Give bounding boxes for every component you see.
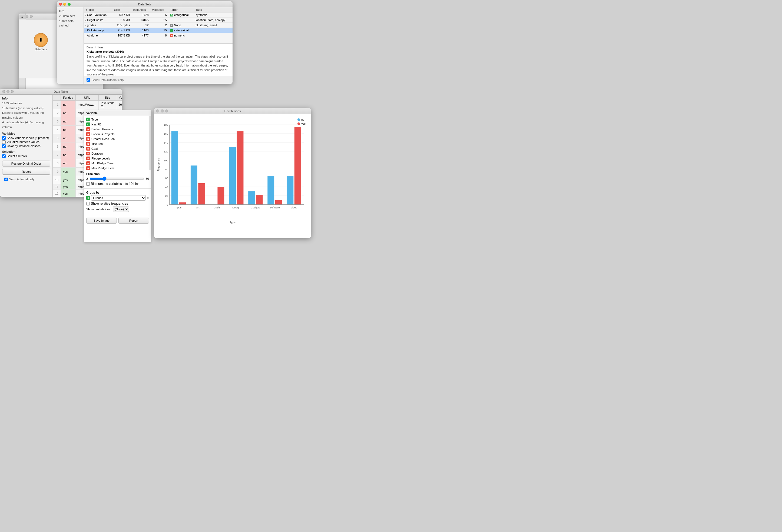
datatable-row[interactable]: 1 no https://www.... Pixelstart: C... 20… (53, 101, 122, 109)
datatable-close-btn[interactable] (2, 90, 5, 93)
datasets-minimize-btn[interactable] (63, 3, 66, 6)
dt-rownum: 1 (53, 101, 61, 109)
svg-rect-42 (294, 127, 301, 204)
datasets-close-btn[interactable] (59, 3, 62, 6)
variable-item[interactable]: NPledge Levels (85, 156, 150, 161)
ds-col-tags (194, 28, 233, 33)
variable-item[interactable]: CType (85, 117, 150, 122)
show-prob-row: Show probabilities: (None) (86, 207, 149, 212)
datasets-info-panel: Info 22 data sets 4 data sets cached (57, 7, 84, 84)
bin-checkbox[interactable] (86, 182, 90, 186)
datasets-row[interactable]: • Kickstarter p... 214.1 KB 1163 15 C ca… (84, 28, 233, 33)
datasets-traffic-lights[interactable] (59, 3, 71, 6)
ds-col-title: • Illegal waste ... (84, 17, 112, 23)
col-title-h: Title (99, 95, 116, 101)
node-data-sets[interactable]: ⬇ Data Sets (34, 33, 48, 51)
ds-col-variables: 6 (150, 12, 169, 17)
save-image-button[interactable]: Save Image (86, 218, 117, 223)
dt-discrete: Discrete class with 2 values (no missing… (2, 111, 50, 120)
precision-min: 2 (86, 177, 88, 180)
datasets-right-panel: ▼Title Size Instances Variables Target T… (84, 7, 233, 84)
datasets-window-title: Data Sets (138, 3, 151, 6)
ds-col-target (169, 17, 194, 23)
svg-text:Gadgets: Gadgets (251, 206, 260, 209)
dt-instances: 1163 instances (2, 101, 50, 106)
var-tag: N (86, 132, 90, 136)
distributions-window-title: Distributions (224, 109, 241, 113)
variable-item[interactable]: NBacked Projects (85, 127, 150, 132)
svg-text:40: 40 (165, 186, 168, 188)
show-prob-label: Show probabilities: (86, 208, 111, 211)
datatable-send-auto-checkbox[interactable] (4, 178, 8, 181)
datasets-description: Description Kickstarter projects (2016) … (84, 43, 233, 76)
svg-rect-30 (217, 187, 224, 205)
svg-rect-38 (268, 176, 274, 205)
variable-item[interactable]: NTitle Len (85, 141, 150, 146)
variable-panel: Variable CTypeCHas FBNBacked ProjectsNPr… (84, 110, 151, 243)
ds-col-tags (194, 33, 233, 38)
datasets-row[interactable]: • Abalone 187.5 KB 4177 8 N numeric (84, 33, 233, 38)
svg-text:Crafts: Crafts (214, 206, 220, 209)
cb-select-full-rows-label: Select full rows (7, 154, 27, 157)
dt-rownum: 5 (53, 134, 61, 142)
datasets-row[interactable]: • Car Evaluation 50.7 KB 1728 6 C catego… (84, 12, 233, 17)
distributions-minimize-btn[interactable] (161, 109, 164, 112)
variable-item[interactable]: NCreator Desc Len (85, 137, 150, 141)
var-tag: N (86, 156, 90, 160)
show-relative-checkbox[interactable] (86, 202, 90, 206)
show-relative-label: Show relative frequencies (91, 202, 128, 206)
variable-item[interactable]: CHas FB (85, 122, 150, 127)
cb-select-full-rows[interactable] (2, 154, 6, 158)
precision-row: 2 50 (86, 177, 149, 181)
report-button[interactable]: Report (2, 169, 50, 175)
group-by-select[interactable]: Funded (91, 195, 146, 201)
ds-col-target: C categorical (169, 12, 194, 17)
datasets-send-auto-checkbox[interactable] (86, 78, 90, 82)
datatable-minimize-btn[interactable] (6, 90, 9, 93)
dt-rownum: 9 (53, 168, 61, 176)
datasets-row[interactable]: • grades 265 bytes 12 2 ? None clusterin… (84, 23, 233, 28)
cb-visualize-label: Visualize numeric values (7, 140, 39, 144)
cb-visualize-row: Visualize numeric values (2, 140, 50, 144)
variable-item[interactable]: NMax Pledge Tiers (85, 166, 150, 170)
var-panel-report-button[interactable]: Report (118, 218, 149, 223)
col-target: Target (169, 7, 194, 12)
var-name: Goal (92, 147, 98, 150)
dt-funded: no (61, 117, 75, 126)
canvas-icon-1[interactable]: ⊞ (20, 14, 25, 20)
datatable-traffic-lights[interactable] (2, 90, 14, 93)
cb-show-labels[interactable] (2, 136, 6, 140)
distributions-close-btn[interactable] (156, 109, 159, 112)
dt-funded: yes (61, 176, 75, 184)
canvas-minimize-btn[interactable] (26, 15, 28, 18)
canvas-maximize-btn[interactable] (30, 15, 33, 18)
cb-visualize[interactable] (2, 140, 6, 144)
variable-item[interactable]: NGoal (85, 146, 150, 151)
datasets-maximize-btn[interactable] (68, 3, 71, 6)
dt-rownum: 11 (53, 184, 61, 189)
show-prob-select[interactable]: (None) (113, 207, 129, 212)
svg-rect-32 (229, 147, 236, 204)
ds-col-variables: 25 (150, 17, 169, 23)
cb-color[interactable] (2, 144, 6, 148)
datatable-maximize-btn[interactable] (11, 90, 14, 93)
variable-item[interactable]: NDuration (85, 151, 150, 156)
ds-col-tags: clustering, small (194, 23, 233, 28)
datasets-count: 22 data sets (59, 14, 81, 19)
restore-order-button[interactable]: Restore Original Order (2, 161, 50, 167)
variable-list[interactable]: CTypeCHas FBNBacked ProjectsNPrevious Pr… (84, 116, 151, 170)
distributions-traffic-lights[interactable] (156, 109, 168, 112)
distributions-maximize-btn[interactable] (165, 109, 168, 112)
precision-slider[interactable] (90, 177, 144, 181)
variable-item[interactable]: NPrevious Projects (85, 132, 150, 137)
datatable-window-title: Data Table (54, 90, 68, 93)
cb-show-labels-row: Show variable labels (if present) (2, 136, 50, 140)
variable-scrollbar[interactable] (149, 116, 151, 170)
datasets-row[interactable]: • Illegal waste ... 2.8 MB 13165 25 loca… (84, 17, 233, 23)
dt-rownum: 8 (53, 159, 61, 168)
svg-rect-24 (179, 203, 186, 205)
svg-text:140: 140 (164, 141, 168, 144)
svg-text:Art: Art (196, 206, 200, 209)
ds-col-size: 50.7 KB (112, 12, 132, 17)
variable-item[interactable]: NMin Pledge Tiers (85, 161, 150, 166)
